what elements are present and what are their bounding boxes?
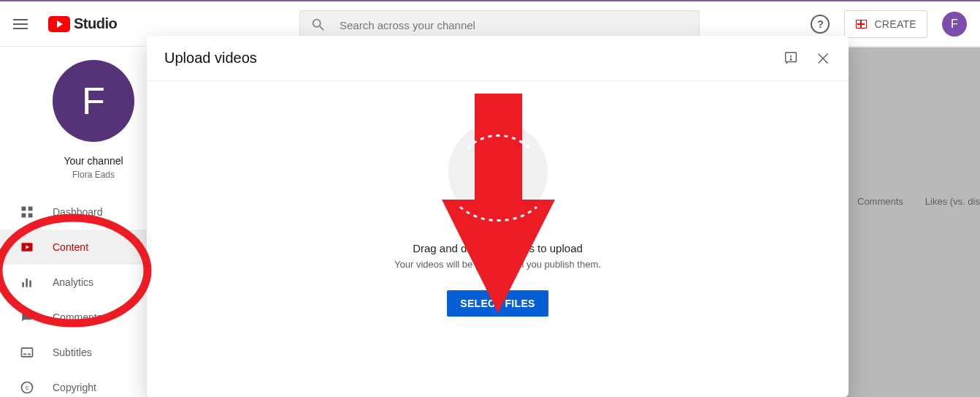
svg-rect-7 (26, 279, 28, 287)
svg-rect-2 (22, 213, 26, 218)
table-column-headers: Comments Likes (vs. dis (857, 186, 980, 216)
select-files-button[interactable]: SELECT FILES (447, 290, 548, 317)
create-label: CREATE (874, 18, 916, 30)
help-icon[interactable]: ? (811, 15, 830, 34)
svg-rect-10 (23, 354, 26, 355)
comments-icon (19, 309, 35, 325)
sidebar-item-label: Copyright (53, 382, 96, 393)
svg-rect-19 (491, 180, 505, 183)
feedback-icon[interactable] (783, 50, 799, 67)
search-icon (310, 17, 326, 33)
content-icon (19, 239, 35, 255)
col-comments: Comments (857, 196, 903, 207)
sidebar-item-label: Analytics (53, 276, 93, 288)
svg-rect-6 (22, 282, 23, 287)
svg-point-16 (790, 58, 791, 59)
svg-text:c: c (26, 384, 28, 391)
svg-rect-9 (22, 348, 33, 357)
upload-drop-circle[interactable] (448, 122, 548, 222)
modal-title: Upload videos (164, 50, 257, 67)
copyright-icon: c (19, 379, 35, 396)
analytics-icon (19, 274, 35, 290)
studio-logo[interactable]: Studio (48, 15, 117, 32)
account-avatar[interactable]: F (942, 12, 967, 37)
sidebar-item-label: Subtitles (53, 347, 92, 358)
subtitles-icon (19, 344, 35, 360)
search-placeholder-text: Search across your channel (340, 19, 475, 31)
drop-subtext: Your videos will be private until you pu… (394, 259, 601, 270)
channel-avatar[interactable]: F (53, 60, 134, 142)
modal-body: Drag and drop video files to upload Your… (147, 81, 849, 397)
search-input[interactable]: Search across your channel (299, 10, 700, 39)
hamburger-menu-icon[interactable] (13, 15, 31, 33)
svg-rect-8 (29, 281, 31, 287)
sidebar-item-label: Dashboard (53, 206, 103, 218)
youtube-play-icon (48, 16, 70, 32)
header-right: ? CREATE F (811, 10, 967, 38)
svg-rect-3 (28, 213, 33, 218)
upload-arrow-icon (481, 154, 515, 190)
create-button[interactable]: CREATE (844, 10, 927, 38)
sidebar-item-label: Content (53, 241, 88, 253)
drop-heading: Drag and drop video files to upload (413, 242, 583, 254)
svg-rect-11 (28, 354, 31, 355)
sidebar-item-label: Comments (53, 311, 102, 323)
dashboard-icon (19, 204, 35, 220)
upload-modal: Upload videos Drag and drop video files … (147, 36, 849, 397)
create-plus-icon (855, 19, 867, 29)
channel-title: Your channel (64, 155, 123, 167)
channel-name: Flora Eads (72, 170, 115, 180)
modal-header: Upload videos (147, 36, 849, 81)
svg-rect-1 (28, 207, 33, 211)
close-icon[interactable] (815, 50, 831, 67)
col-likes: Likes (vs. dis (925, 196, 980, 207)
logo-label: Studio (74, 15, 117, 32)
svg-rect-0 (22, 207, 26, 211)
